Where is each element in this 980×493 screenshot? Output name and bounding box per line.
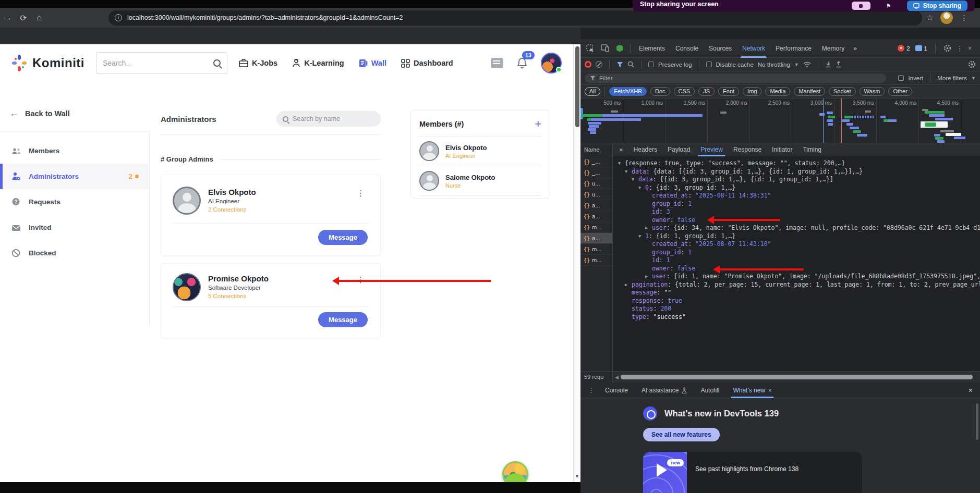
error-count[interactable]: ×2 xyxy=(898,45,910,52)
admin-connections[interactable]: 5 Connections xyxy=(208,293,269,299)
devtools-settings-gear-icon[interactable] xyxy=(943,44,951,52)
browser-menu-icon[interactable]: ⋮ xyxy=(960,14,967,22)
tab-console[interactable]: Console xyxy=(671,39,703,58)
chip-socket[interactable]: Socket xyxy=(829,87,856,96)
expand-arrow-icon[interactable]: ▶ xyxy=(645,225,652,230)
network-settings-gear-icon[interactable] xyxy=(968,60,976,68)
message-button[interactable]: Message xyxy=(318,312,368,327)
inspect-element-icon[interactable] xyxy=(584,44,597,53)
json-line[interactable]: response: true xyxy=(618,297,980,305)
expand-arrow-icon[interactable]: ▼ xyxy=(632,177,638,182)
expand-arrow-icon[interactable]: ▶ xyxy=(645,274,652,279)
json-line[interactable]: status: 200 xyxy=(618,305,980,313)
record-icon[interactable] xyxy=(585,61,591,68)
chip-manifest[interactable]: Manifest xyxy=(794,87,825,96)
search-by-name[interactable]: Search by name xyxy=(276,111,381,127)
json-line[interactable]: ▶user: {id: 34, name: "Elvis Okpoto", im… xyxy=(618,224,980,232)
preserve-log-label[interactable]: Preserve log xyxy=(658,61,692,68)
nav-wall[interactable]: Wall xyxy=(359,59,386,68)
chat-icon[interactable] xyxy=(491,58,503,68)
drawer-scrollbar-thumb[interactable] xyxy=(976,403,978,440)
home-icon[interactable]: ⌂ xyxy=(31,13,47,22)
address-bar[interactable]: i localhost:3000/wall/mykominiti/groups/… xyxy=(108,10,922,26)
request-row[interactable]: {}_... xyxy=(580,156,612,167)
scroll-left-arrow[interactable]: ◀ xyxy=(613,375,621,380)
drawer-tab-autofill[interactable]: Autofill xyxy=(694,383,725,398)
sidebar-item-blocked[interactable]: Blocked xyxy=(0,240,149,266)
network-conditions-icon[interactable] xyxy=(803,61,811,68)
chip-img[interactable]: Img xyxy=(743,87,761,96)
chip-all[interactable]: All xyxy=(585,87,600,96)
sidebar-item-invited[interactable]: Invited xyxy=(0,215,149,240)
global-search[interactable] xyxy=(96,52,227,74)
json-line[interactable]: ▶pagination: {total: 2, per_page: 15, cu… xyxy=(618,281,980,289)
invert-label[interactable]: Invert xyxy=(908,75,923,81)
expand-arrow-icon[interactable]: ▼ xyxy=(618,161,625,166)
global-search-input[interactable] xyxy=(103,59,213,67)
timeline-handle[interactable] xyxy=(580,108,583,119)
stop-sharing-button[interactable]: Stop sharing xyxy=(907,1,967,11)
back-to-wall[interactable]: ← Back to Wall xyxy=(9,108,70,119)
chip-font[interactable]: Font xyxy=(718,87,739,96)
json-line[interactable]: group_id: 1 xyxy=(618,200,980,208)
filter-funnel-icon[interactable] xyxy=(616,61,623,68)
network-timeline-overview[interactable]: 500 ms1,000 ms1,500 ms2,000 ms2,500 ms3,… xyxy=(580,98,980,143)
tab-elements[interactable]: Elements xyxy=(634,39,670,58)
member-row[interactable]: Elvis Okpoto AI Engineer xyxy=(419,137,541,166)
expand-arrow-icon[interactable]: ▶ xyxy=(625,282,632,287)
request-row[interactable]: {}a... xyxy=(580,233,612,244)
drawer-tab-whats-new[interactable]: What's new× xyxy=(727,383,778,398)
filter-input[interactable]: Filter xyxy=(585,73,886,83)
highlights-card[interactable]: new See past highlights from Chrome 138 xyxy=(643,452,862,493)
devtools-close-icon[interactable]: × xyxy=(968,45,972,52)
request-row[interactable]: {}a... xyxy=(580,211,612,222)
sidebar-item-requests[interactable]: ? Requests xyxy=(0,189,149,215)
admin-name[interactable]: Elvis Okpoto xyxy=(208,188,256,196)
close-tab-icon[interactable]: × xyxy=(768,383,771,398)
name-column-header[interactable]: Name xyxy=(580,143,612,156)
detail-tab-timing[interactable]: Timing xyxy=(797,143,827,156)
device-toolbar-icon[interactable] xyxy=(598,44,612,52)
detail-tab-payload[interactable]: Payload xyxy=(662,143,695,156)
drawer-tab-ai-assistance[interactable]: AI assistance xyxy=(635,383,693,398)
chip-doc[interactable]: Doc xyxy=(650,87,670,96)
clear-icon[interactable] xyxy=(596,61,602,68)
page-scrollbar[interactable]: ▼ xyxy=(573,44,580,482)
admin-name[interactable]: Promise Okpoto xyxy=(208,274,269,283)
request-row[interactable]: {}u... xyxy=(580,178,612,189)
network-search-icon[interactable] xyxy=(627,61,634,68)
hscroll-thumb[interactable] xyxy=(621,375,973,379)
expand-arrow-icon[interactable]: ▼ xyxy=(638,233,645,239)
admin-connections[interactable]: 2 Connections xyxy=(208,206,256,213)
refresh-icon[interactable]: ⟳ xyxy=(16,13,31,23)
horizontal-scrollbar[interactable]: ◀ xyxy=(613,372,980,383)
throttling-select[interactable]: No throttling xyxy=(758,61,790,68)
nav-dashboard[interactable]: Dashboard xyxy=(401,59,453,68)
request-row[interactable]: {}m... xyxy=(580,244,612,255)
browser-profile-avatar[interactable] xyxy=(940,11,953,24)
see-all-new-features-button[interactable]: See all new features xyxy=(643,428,720,441)
tab-memory[interactable]: Memory xyxy=(817,39,849,58)
json-line[interactable]: created_at: "2025-08-11 14:38:31" xyxy=(618,192,980,200)
sidebar-item-administrators[interactable]: Administrators 2 xyxy=(0,164,149,189)
json-line[interactable]: id: 1 xyxy=(618,256,980,265)
scrollbar-thumb[interactable] xyxy=(575,46,579,127)
json-line[interactable]: ▶user: {id: 1, name: "Promise Okpoto", i… xyxy=(618,273,980,281)
json-line[interactable]: id: 3 xyxy=(618,208,980,216)
json-line[interactable]: ▼data: [{id: 3, group_id: 1,…}, {id: 1, … xyxy=(618,176,980,184)
forward-icon[interactable]: → xyxy=(0,13,16,22)
json-line[interactable]: owner: false xyxy=(618,216,980,225)
json-line[interactable]: ▼1: {id: 1, group_id: 1,…} xyxy=(618,232,980,241)
json-line[interactable]: ▼{response: true, type: "success", messa… xyxy=(618,159,980,168)
detail-tab-initiator[interactable]: Initiator xyxy=(767,143,797,156)
json-line[interactable]: ▼0: {id: 3, group_id: 1,…} xyxy=(618,184,980,192)
drawer-menu-icon[interactable]: ⋮ xyxy=(585,386,598,394)
tab-network[interactable]: Network xyxy=(737,39,770,58)
request-row[interactable]: {}m... xyxy=(580,255,612,266)
bookmark-star-icon[interactable]: ☆ xyxy=(926,13,933,22)
site-info-icon[interactable]: i xyxy=(115,14,122,21)
share-pink-button[interactable] xyxy=(852,2,870,10)
disable-cache-label[interactable]: Disable cache xyxy=(716,61,754,68)
request-row[interactable]: {}u... xyxy=(580,189,612,200)
detail-tab-preview[interactable]: Preview xyxy=(695,143,728,156)
